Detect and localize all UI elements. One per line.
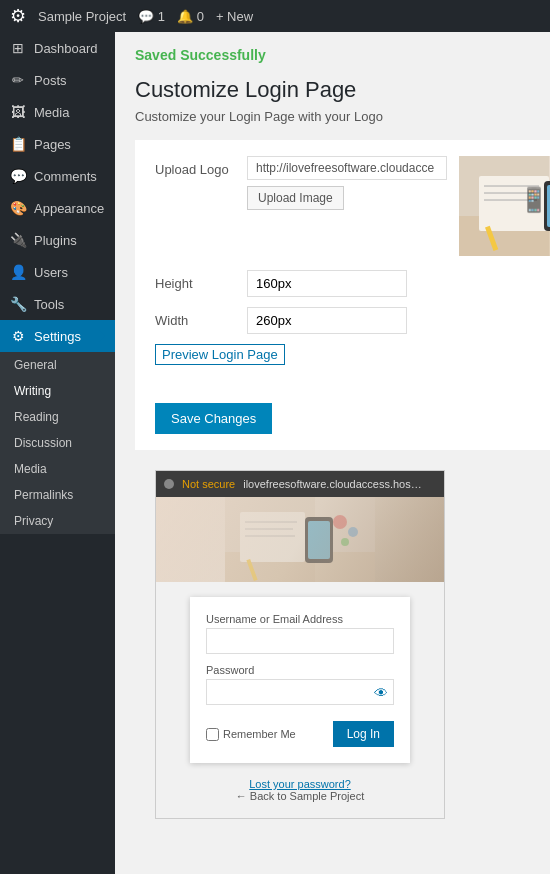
- submenu-item-privacy[interactable]: Privacy: [0, 508, 115, 534]
- password-input[interactable]: [206, 679, 394, 705]
- browser-bar: Not secure ilovefreesoftware.cloudaccess…: [156, 471, 444, 497]
- preview-login-link[interactable]: Preview Login Page: [155, 344, 285, 365]
- dashboard-icon: ⊞: [10, 40, 26, 56]
- upload-logo-label: Upload Logo: [155, 156, 235, 177]
- browser-dot: [164, 479, 174, 489]
- height-input[interactable]: [247, 270, 407, 297]
- sidebar-item-pages[interactable]: 📋 Pages: [0, 128, 115, 160]
- sidebar-item-posts[interactable]: ✏ Posts: [0, 64, 115, 96]
- media-icon: 🖼: [10, 104, 26, 120]
- wp-logo: ⚙: [10, 5, 26, 27]
- width-input[interactable]: [247, 307, 407, 334]
- sidebar-item-appearance[interactable]: 🎨 Appearance: [0, 192, 115, 224]
- sidebar-label-posts: Posts: [34, 73, 67, 88]
- width-row: Width: [155, 307, 550, 334]
- sidebar-label-settings: Settings: [34, 329, 81, 344]
- sidebar-label-dashboard: Dashboard: [34, 41, 98, 56]
- submenu-item-permalinks[interactable]: Permalinks: [0, 482, 115, 508]
- submenu-label-discussion: Discussion: [14, 436, 72, 450]
- sidebar-label-plugins: Plugins: [34, 233, 77, 248]
- submenu-label-privacy: Privacy: [14, 514, 53, 528]
- submenu-item-reading[interactable]: Reading: [0, 404, 115, 430]
- back-to-site-link[interactable]: ← Back to Sample Project: [236, 790, 364, 802]
- sidebar-label-pages: Pages: [34, 137, 71, 152]
- height-row: Height: [155, 270, 550, 297]
- logo-preview: [459, 156, 550, 256]
- admin-bar: ⚙ Sample Project 💬 1 🔔 0 + New: [0, 0, 550, 32]
- customize-form: Upload Logo Upload Image: [135, 140, 550, 450]
- login-links: Lost your password? ← Back to Sample Pro…: [156, 778, 444, 802]
- tools-icon: 🔧: [10, 296, 26, 312]
- svg-rect-20: [305, 517, 333, 563]
- settings-icon: ⚙: [10, 328, 26, 344]
- posts-icon: ✏: [10, 72, 26, 88]
- pages-icon: 📋: [10, 136, 26, 152]
- browser-content: Username or Email Address Password 👁 Rem…: [156, 497, 444, 818]
- sidebar-item-tools[interactable]: 🔧 Tools: [0, 288, 115, 320]
- svg-rect-16: [240, 512, 305, 562]
- lost-password-link[interactable]: Lost your password?: [249, 778, 351, 790]
- save-changes-button[interactable]: Save Changes: [155, 403, 272, 434]
- comments-icon[interactable]: 💬 1: [138, 9, 165, 24]
- sidebar-item-comments[interactable]: 💬 Comments: [0, 160, 115, 192]
- upload-image-button[interactable]: Upload Image: [247, 186, 344, 210]
- browser-preview: Not secure ilovefreesoftware.cloudaccess…: [155, 470, 445, 819]
- svg-rect-14: [225, 497, 315, 582]
- sidebar-label-media: Media: [34, 105, 69, 120]
- submenu-label-media: Media: [14, 462, 47, 476]
- submenu-item-general[interactable]: General: [0, 352, 115, 378]
- username-label: Username or Email Address: [206, 613, 394, 625]
- sidebar-label-comments: Comments: [34, 169, 97, 184]
- sidebar: ⊞ Dashboard ✏ Posts 🖼 Media 📋 Pages 💬 Co…: [0, 32, 115, 874]
- password-label: Password: [206, 664, 394, 676]
- submenu-label-writing: Writing: [14, 384, 51, 398]
- height-label: Height: [155, 276, 235, 291]
- sidebar-label-users: Users: [34, 265, 68, 280]
- upload-controls: Upload Image: [247, 156, 447, 210]
- notif-icon[interactable]: 🔔 0: [177, 9, 204, 24]
- login-form-box: Username or Email Address Password 👁 Rem…: [190, 597, 410, 763]
- sidebar-label-tools: Tools: [34, 297, 64, 312]
- sidebar-item-media[interactable]: 🖼 Media: [0, 96, 115, 128]
- svg-rect-22: [246, 559, 257, 581]
- submenu-item-discussion[interactable]: Discussion: [0, 430, 115, 456]
- svg-point-25: [341, 538, 349, 546]
- submenu-item-media[interactable]: Media: [0, 456, 115, 482]
- browser-url-text: ilovefreesoftware.cloudaccess.host/wp-lo…: [243, 478, 423, 490]
- settings-submenu: General Writing Reading Discussion Media…: [0, 352, 115, 534]
- new-button[interactable]: + New: [216, 9, 253, 24]
- logo-url-input[interactable]: [247, 156, 447, 180]
- password-field-row: 👁: [206, 679, 394, 715]
- svg-rect-21: [308, 521, 330, 559]
- appearance-icon: 🎨: [10, 200, 26, 216]
- main-content: Saved Successfully Customize Login Page …: [115, 32, 550, 874]
- remember-row: Remember Me Log In: [206, 721, 394, 747]
- svg-rect-13: [225, 497, 375, 582]
- submenu-label-general: General: [14, 358, 57, 372]
- page-subtitle: Customize your Login Page with your Logo: [135, 109, 550, 124]
- plugins-icon: 🔌: [10, 232, 26, 248]
- sidebar-item-plugins[interactable]: 🔌 Plugins: [0, 224, 115, 256]
- eye-icon[interactable]: 👁: [374, 685, 388, 701]
- sidebar-item-dashboard[interactable]: ⊞ Dashboard: [0, 32, 115, 64]
- width-label: Width: [155, 313, 235, 328]
- sidebar-item-settings[interactable]: ⚙ Settings: [0, 320, 115, 352]
- username-input[interactable]: [206, 628, 394, 654]
- sidebar-label-appearance: Appearance: [34, 201, 104, 216]
- page-title: Customize Login Page: [135, 77, 550, 103]
- not-secure-label: Not secure: [182, 478, 235, 490]
- submenu-label-reading: Reading: [14, 410, 59, 424]
- submenu-item-writing[interactable]: Writing: [0, 378, 115, 404]
- users-icon: 👤: [10, 264, 26, 280]
- settings-arrow: [99, 330, 105, 342]
- remember-me-label[interactable]: Remember Me: [206, 728, 296, 741]
- success-message: Saved Successfully: [135, 47, 550, 63]
- svg-point-24: [348, 527, 358, 537]
- login-hero-image: [156, 497, 444, 582]
- submenu-label-permalinks: Permalinks: [14, 488, 73, 502]
- sidebar-item-users[interactable]: 👤 Users: [0, 256, 115, 288]
- comments-nav-icon: 💬: [10, 168, 26, 184]
- login-button[interactable]: Log In: [333, 721, 394, 747]
- site-name[interactable]: Sample Project: [38, 9, 126, 24]
- remember-me-checkbox[interactable]: [206, 728, 219, 741]
